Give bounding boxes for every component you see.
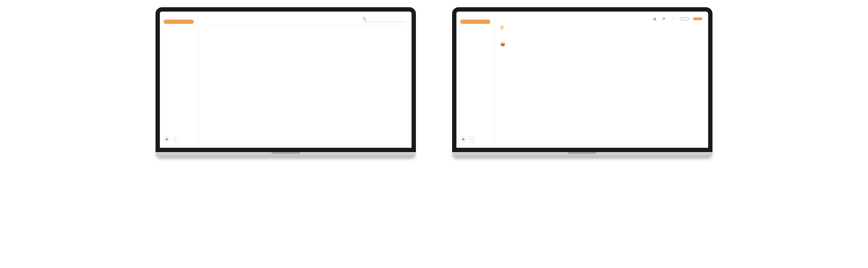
brand-logo: [458, 14, 493, 20]
refresh-icon[interactable]: ⟳: [661, 16, 667, 22]
sidebar: ⚙ ‹: [160, 12, 198, 148]
create-order-button[interactable]: [460, 20, 490, 24]
search-input[interactable]: [362, 16, 406, 22]
create-order-button[interactable]: [163, 20, 194, 24]
collapse-icon[interactable]: ‹: [172, 136, 179, 143]
brand-logo: [161, 14, 196, 20]
more-icon[interactable]: ⋮: [671, 16, 676, 22]
print-icon[interactable]: 🖨: [652, 16, 658, 22]
cancel-button[interactable]: [680, 17, 689, 20]
accept-order-button[interactable]: [693, 17, 702, 20]
laptop-orders-list: ⚙ ‹ 🔍: [156, 7, 416, 157]
clipboard-icon: 🗒: [500, 25, 504, 30]
settings-icon[interactable]: ⚙: [460, 136, 467, 143]
package-icon: 📦: [500, 42, 505, 47]
order-info-heading: 🗒: [500, 25, 702, 30]
sidebar: ⚙ ‹: [456, 12, 494, 148]
pickup-info-heading: 📦: [500, 42, 702, 47]
settings-icon[interactable]: ⚙: [163, 136, 170, 143]
collapse-icon[interactable]: ‹: [469, 136, 475, 143]
search-icon: 🔍: [362, 17, 366, 21]
laptop-order-detail: ⚙ ‹ 🖨 ⟳ ⋮ 🗒: [452, 7, 712, 157]
order-tabs: [204, 26, 406, 26]
